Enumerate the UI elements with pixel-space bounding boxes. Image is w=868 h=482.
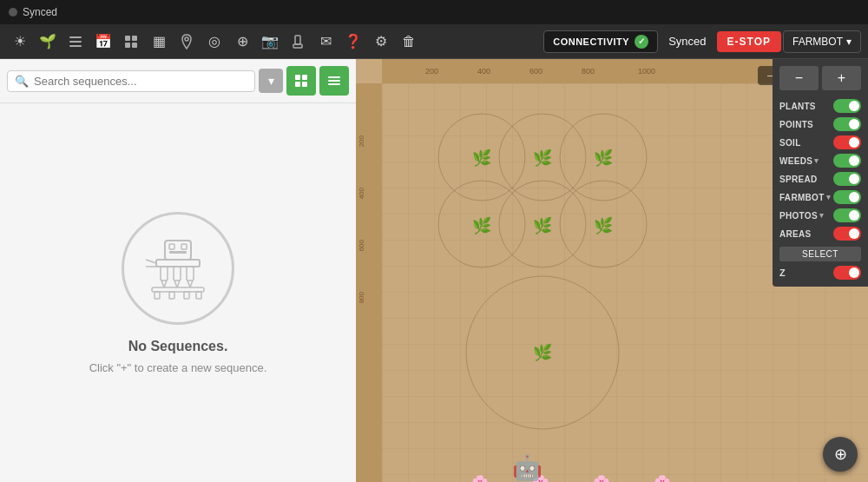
ruler-mark-200: 200: [425, 67, 438, 76]
farmbot-chevron-icon: ▾: [826, 193, 831, 201]
sort-dropdown-button[interactable]: ▾: [259, 69, 283, 93]
layer-weeds-toggle[interactable]: [833, 154, 861, 168]
layer-weeds-row: WEEDS ▾: [779, 154, 861, 168]
nav-mail-icon[interactable]: ✉: [312, 29, 339, 55]
nav-calendar-icon[interactable]: 📅: [90, 29, 116, 55]
plant-4: 🌿: [471, 215, 492, 236]
svg-point-7: [185, 37, 188, 41]
layer-weeds-label: WEEDS ▾: [779, 156, 819, 166]
svg-rect-30: [184, 292, 189, 299]
app-title: Synced: [23, 6, 57, 18]
nav-settings-icon[interactable]: ⚙: [368, 29, 394, 55]
svg-rect-8: [295, 36, 300, 44]
nav-crosshair-icon[interactable]: ⊕: [229, 29, 255, 55]
layer-soil-toggle[interactable]: [833, 135, 861, 149]
svg-rect-16: [328, 83, 340, 85]
layer-spread-row: SPREAD: [779, 172, 861, 186]
svg-rect-26: [187, 267, 194, 281]
weed-4: 🌸: [654, 474, 671, 482]
location-icon: ⊕: [834, 445, 847, 464]
svg-rect-20: [169, 251, 187, 254]
layer-spread-toggle[interactable]: [833, 172, 861, 186]
ruler-mark-y600: 600: [358, 240, 365, 251]
svg-rect-6: [132, 43, 137, 48]
grid-view-button[interactable]: [286, 66, 316, 96]
no-sequences-title: No Sequences.: [128, 339, 228, 354]
empty-state: No Sequences. Click "+" to create a new …: [0, 103, 356, 482]
svg-rect-28: [155, 292, 160, 299]
synced-status: Synced: [668, 35, 706, 48]
ruler-mark-1000: 1000: [638, 67, 655, 76]
svg-rect-5: [125, 43, 130, 48]
plant-5: 🌿: [532, 215, 553, 236]
nav-grid-icon[interactable]: ▦: [146, 29, 172, 55]
nav-trash-icon[interactable]: 🗑: [396, 29, 422, 55]
left-panel: 🔍 ▾: [0, 59, 356, 482]
farmbot-label: FARMBOT: [792, 36, 843, 48]
layer-plants-toggle[interactable]: [833, 99, 861, 113]
connectivity-label: CONNECTIVITY: [553, 36, 629, 47]
layer-points-row: POINTS: [779, 117, 861, 131]
svg-rect-3: [125, 36, 130, 41]
svg-rect-0: [69, 36, 82, 38]
layer-photos-toggle[interactable]: [833, 208, 861, 222]
select-button[interactable]: SELECT: [779, 247, 861, 261]
layer-points-toggle[interactable]: [833, 117, 861, 131]
nav-help-icon[interactable]: ❓: [340, 29, 366, 55]
layer-areas-toggle[interactable]: [833, 227, 861, 241]
svg-rect-12: [295, 82, 300, 87]
farmbot-indicator: 🤖: [512, 453, 542, 482]
nav-bar: ☀ 🌱 📅 ▦ ◎ ⊕ 📷 ✉ ❓ ⚙ 🗑 C: [0, 24, 868, 59]
svg-line-22: [146, 260, 156, 263]
search-input[interactable]: [34, 75, 247, 88]
layer-soil-row: SOIL: [779, 135, 861, 149]
sort-chevron-icon: ▾: [268, 74, 274, 88]
svg-rect-25: [174, 267, 181, 281]
z-label: Z: [779, 267, 786, 278]
zoom-out-button[interactable]: −: [779, 66, 819, 90]
plant-2: 🌿: [532, 148, 553, 168]
location-fab-button[interactable]: ⊕: [823, 437, 858, 472]
list-view-button[interactable]: [319, 66, 349, 96]
nav-sun-icon[interactable]: ☀: [7, 29, 33, 55]
connectivity-check-icon: ✓: [635, 35, 648, 49]
layer-areas-label: AREAS: [779, 229, 812, 239]
nav-leaf-icon[interactable]: 🌱: [35, 29, 61, 55]
ruler-mark-y800: 800: [358, 292, 365, 303]
layer-farmbot-label: FARMBOT ▾: [779, 193, 831, 202]
nav-camera-icon[interactable]: 📷: [257, 29, 283, 55]
nav-controls-icon[interactable]: [118, 29, 144, 55]
layer-photos-label: PHOTOS ▾: [779, 211, 824, 221]
ruler-mark-600: 600: [529, 67, 542, 76]
svg-rect-2: [69, 45, 82, 47]
nav-tool-icon[interactable]: [285, 29, 311, 55]
no-sequences-subtitle: Click "+" to create a new sequence.: [89, 361, 267, 374]
layer-photos-row: PHOTOS ▾: [779, 208, 861, 222]
farmbot-menu-button[interactable]: FARMBOT ▾: [783, 30, 861, 53]
nav-sequences-icon[interactable]: [62, 29, 89, 55]
title-bar: Synced: [0, 0, 868, 24]
ruler-left: 200 400 600 800: [356, 83, 382, 482]
svg-rect-13: [302, 82, 307, 87]
map-area[interactable]: 200 400 600 800 1000 200 400 600 800 →: [356, 59, 868, 482]
zoom-controls: − +: [779, 66, 861, 90]
layer-plants-label: PLANTS: [779, 102, 816, 111]
zoom-in-button[interactable]: +: [822, 66, 861, 90]
svg-rect-19: [181, 244, 187, 249]
layer-areas-row: AREAS: [779, 227, 861, 241]
layer-soil-label: SOIL: [779, 138, 801, 148]
plant-1: 🌿: [471, 148, 492, 168]
connectivity-button[interactable]: CONNECTIVITY ✓: [543, 30, 658, 53]
nav-target-icon[interactable]: ◎: [201, 29, 227, 55]
nav-pin-icon[interactable]: [174, 29, 200, 55]
svg-rect-15: [328, 80, 340, 82]
z-toggle[interactable]: [833, 266, 861, 280]
layer-farmbot-toggle[interactable]: [833, 190, 861, 204]
layer-points-label: POINTS: [779, 120, 813, 129]
svg-rect-21: [156, 260, 200, 267]
svg-rect-24: [161, 267, 168, 281]
svg-rect-27: [152, 287, 204, 292]
plant-6: 🌿: [593, 215, 614, 236]
search-bar: 🔍 ▾: [0, 59, 356, 103]
estop-button[interactable]: E-STOP: [717, 31, 781, 52]
